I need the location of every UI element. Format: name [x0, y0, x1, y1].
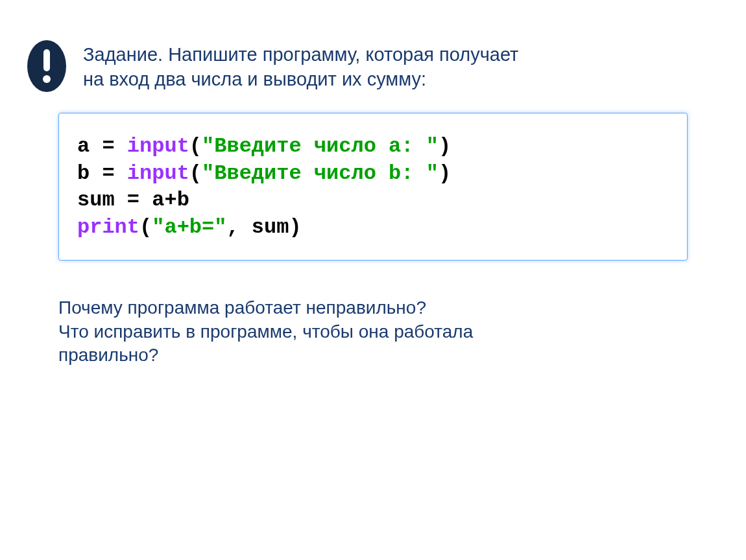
task-line-2: на вход два числа и выводит их сумму: [83, 69, 426, 89]
question-text: Почему программа работает неправильно? Ч… [58, 296, 688, 367]
code-line-2: b = input("Введите число b: ") [77, 161, 451, 185]
task-text: Задание. Напишите программу, которая пол… [83, 39, 518, 91]
question-line-2: Что исправить в программе, чтобы она раб… [58, 320, 688, 344]
question-line-3: правильно? [58, 344, 688, 367]
code-line-3: sum = a+b [77, 188, 189, 212]
svg-point-2 [43, 75, 51, 83]
task-header: Задание. Напишите программу, которая пол… [0, 0, 746, 93]
exclamation-icon [26, 39, 67, 93]
code-block: a = input("Введите число a: ") b = input… [58, 113, 688, 261]
svg-rect-1 [43, 49, 50, 71]
code-line-1: a = input("Введите число a: ") [77, 134, 451, 158]
code-line-4: print("a+b=", sum) [77, 215, 302, 239]
question-line-1: Почему программа работает неправильно? [58, 296, 688, 320]
task-line-1: Задание. Напишите программу, которая пол… [83, 44, 518, 65]
